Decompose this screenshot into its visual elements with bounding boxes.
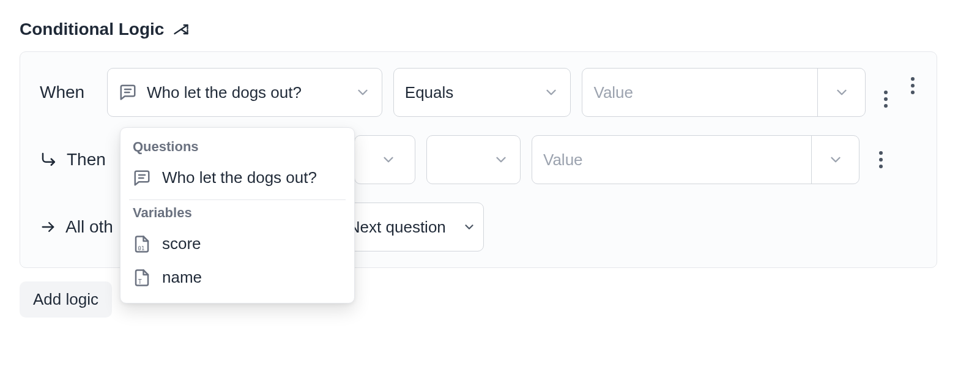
svg-text:T: T xyxy=(138,278,142,285)
then-select-1[interactable] xyxy=(354,135,415,184)
chevron-down-icon xyxy=(380,152,396,168)
then-more-button[interactable] xyxy=(877,149,885,171)
chevron-down-icon xyxy=(543,84,559,100)
popup-group-variables-label: Variables xyxy=(121,205,354,227)
when-label: When xyxy=(40,83,96,102)
when-value-placeholder: Value xyxy=(593,83,633,102)
add-logic-label: Add logic xyxy=(33,290,98,309)
else-action-value: Next question xyxy=(349,218,455,237)
then-label: Then xyxy=(67,150,106,169)
popup-item-variable-score[interactable]: 01 score xyxy=(121,227,354,261)
popup-item-variable-score-label: score xyxy=(162,234,201,253)
section-header: Conditional Logic xyxy=(20,20,960,39)
then-arrow-icon xyxy=(40,151,58,169)
section-title: Conditional Logic xyxy=(20,20,164,39)
popup-item-variable-name-label: name xyxy=(162,268,202,287)
popup-item-question-1-label: Who let the dogs out? xyxy=(162,168,317,187)
add-logic-button[interactable]: Add logic xyxy=(20,281,112,318)
else-arrow-icon xyxy=(40,218,57,236)
when-field-value: Who let the dogs out? xyxy=(147,83,347,102)
then-value-placeholder: Value xyxy=(543,151,583,169)
chevron-down-icon xyxy=(355,84,371,100)
when-operator-select[interactable]: Equals xyxy=(393,68,571,117)
popup-item-question-1[interactable]: Who let the dogs out? xyxy=(121,161,354,195)
else-label: All oth xyxy=(65,217,113,237)
field-dropdown-popup: Questions Who let the dogs out? Variable… xyxy=(120,127,355,303)
then-select-2[interactable] xyxy=(426,135,521,184)
conditional-logic-icon xyxy=(173,21,190,38)
then-value-chevron[interactable] xyxy=(811,136,859,184)
popup-separator xyxy=(129,199,346,200)
when-field-select[interactable]: Who let the dogs out? xyxy=(107,68,382,117)
then-value-input[interactable]: Value xyxy=(532,135,859,184)
rule-more-button[interactable] xyxy=(908,75,917,97)
svg-text:01: 01 xyxy=(138,245,144,251)
message-icon xyxy=(119,83,137,102)
chevron-down-icon xyxy=(493,152,509,168)
file-digit-icon: 01 xyxy=(133,235,151,253)
popup-group-questions-label: Questions xyxy=(121,139,354,161)
when-row: When Who let the dogs out? Equals xyxy=(40,68,917,117)
when-value-input[interactable]: Value xyxy=(582,68,866,117)
chevron-down-icon xyxy=(462,220,476,234)
when-operator-value: Equals xyxy=(405,83,536,102)
file-text-icon: T xyxy=(133,269,151,287)
message-icon xyxy=(133,169,151,187)
popup-item-variable-name[interactable]: T name xyxy=(121,261,354,294)
when-value-chevron[interactable] xyxy=(817,69,865,116)
else-action-select[interactable]: Next question xyxy=(344,203,484,251)
when-row-actions xyxy=(882,75,917,110)
condition-more-button[interactable] xyxy=(882,88,890,110)
